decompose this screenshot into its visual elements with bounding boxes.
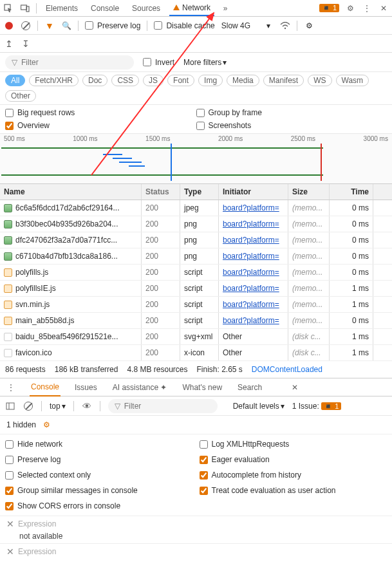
filter-input-wrap[interactable]: ▽ [5,55,134,70]
preserve-log2-checkbox[interactable]: Preserve log [5,455,193,464]
big-rows-checkbox[interactable]: Big request rows [5,106,196,119]
tab-elements[interactable]: Elements [42,1,82,15]
selected-ctx-checkbox[interactable]: Selected context only [5,471,193,480]
drawer-close-icon[interactable]: ✕ [289,382,301,393]
drawer-tab-console[interactable]: Console [30,378,61,396]
download-icon[interactable]: ↧ [21,39,31,49]
table-row[interactable]: baidu_85beaf5496f291521e...200svg+xmlOth… [0,329,392,345]
filter-icon[interactable]: ▼ [44,21,55,31]
table-row[interactable]: favicon.ico200x-iconOther(disk c...1 ms [0,345,392,361]
throttling-dropdown-icon[interactable]: ▾ [263,21,274,31]
type-js[interactable]: JS [143,75,163,86]
overview-checkbox[interactable]: Overview [5,119,196,132]
remove-expr-icon[interactable]: ✕ [6,519,14,529]
filter-input[interactable] [21,58,127,67]
tab-console[interactable]: Console [87,1,123,15]
group-frame-checkbox[interactable]: Group by frame [196,106,387,119]
table-row[interactable]: polyfillsIE.js200scriptboard?platform=(m… [0,281,392,297]
tab-sources[interactable]: Sources [128,1,164,15]
row-initiator[interactable]: board?platform= [223,268,279,277]
col-type[interactable]: Type [180,184,219,200]
remove-expr-icon[interactable]: ✕ [6,546,14,557]
console-filter-input[interactable] [124,402,211,411]
type-all[interactable]: All [5,75,25,86]
drawer-tab-ai[interactable]: AI assistance ✦ [111,379,169,396]
table-row[interactable]: dfc247062f3a2a7d0a771fcc...200pngboard?p… [0,232,392,248]
group-msg-checkbox[interactable]: Group similar messages in console [5,486,193,495]
screenshots-checkbox[interactable]: Screenshots [196,119,387,132]
table-row[interactable]: 6c6a5f6dcd17d2ab6cf29164...200jpegboard?… [0,200,392,216]
type-font[interactable]: Font [167,75,194,86]
row-initiator[interactable]: board?platform= [223,236,279,245]
eager-checkbox[interactable]: Eager evaluation [200,455,387,464]
live-expression-2[interactable]: ✕Expression [0,543,392,559]
type-fetch[interactable]: Fetch/XHR [29,75,79,86]
row-initiator[interactable]: Other [223,332,242,341]
timeline-overview[interactable]: 500 ms1000 ms1500 ms2000 ms2500 ms3000 m… [0,134,392,184]
hide-network-checkbox[interactable]: Hide network [5,440,193,449]
search-icon[interactable]: 🔍 [61,21,71,31]
user-action-checkbox[interactable]: Treat code evaluation as user action [200,486,387,495]
inspect-icon[interactable] [3,3,14,14]
row-initiator[interactable]: board?platform= [223,252,279,261]
type-css[interactable]: CSS [111,75,139,86]
invert-checkbox[interactable]: Invert [143,58,174,67]
table-row[interactable]: b3f30bec04b935d926ba204...200pngboard?pl… [0,216,392,232]
drawer-kebab-icon[interactable]: ⋮ [5,382,17,393]
record-icon[interactable] [4,21,14,31]
autocomplete-checkbox[interactable]: Autocomplete from history [200,471,387,480]
type-other[interactable]: Other [5,90,36,102]
more-tabs-icon[interactable]: » [219,3,231,14]
issue-text[interactable]: 1 Issue: ◾ 1 [292,402,342,411]
col-initiator[interactable]: Initiator [219,184,288,200]
upload-icon[interactable]: ↥ [4,39,14,49]
gear-icon[interactable]: ⚙ [344,3,356,14]
kebab-icon[interactable]: ⋮ [361,3,373,14]
cors-checkbox[interactable]: Show CORS errors in console [5,501,193,510]
type-ws[interactable]: WS [308,75,331,86]
table-row[interactable]: polyfills.js200scriptboard?platform=(mem… [0,265,392,281]
tab-network[interactable]: Network [169,1,214,16]
console-settings-icon[interactable]: ⚙ [41,420,51,430]
close-icon[interactable]: ✕ [378,3,389,14]
table-row[interactable]: c6710ba4d7bfb13dca8a186...200pngboard?pl… [0,248,392,265]
table-row[interactable]: svn.min.js200scriptboard?platform=(memo.… [0,297,392,313]
live-expr-icon[interactable]: 👁 [82,401,92,411]
drawer-tab-search[interactable]: Search [236,379,263,396]
drawer-tab-issues[interactable]: Issues [73,379,98,396]
row-initiator[interactable]: board?platform= [223,316,279,325]
disable-cache-checkbox[interactable]: Disable cache [154,21,214,30]
type-manifest[interactable]: Manifest [263,75,304,86]
hidden-count[interactable]: 1 hidden [6,420,36,429]
type-doc[interactable]: Doc [82,75,107,86]
levels-select[interactable]: Default levels ▾ [233,402,285,411]
col-status[interactable]: Status [142,184,180,200]
type-wasm[interactable]: Wasm [336,75,369,86]
preserve-log-checkbox[interactable]: Preserve log [85,21,140,30]
col-name[interactable]: Name [0,184,142,200]
more-filters[interactable]: More filters ▾ [183,58,227,67]
type-img[interactable]: Img [198,75,223,86]
row-initiator[interactable]: board?platform= [223,219,279,228]
type-media[interactable]: Media [227,75,259,86]
live-expression-1[interactable]: ✕Expression not available [0,516,392,543]
network-settings-icon[interactable]: ⚙ [304,21,314,31]
console-clear-icon[interactable] [23,401,33,411]
log-xhr-checkbox[interactable]: Log XMLHttpRequests [200,440,387,449]
throttling-select[interactable]: Slow 4G [221,21,250,30]
row-initiator[interactable]: board?platform= [223,300,279,309]
row-initiator[interactable]: board?platform= [223,203,279,212]
context-select[interactable]: top ▾ [50,402,66,411]
sidebar-toggle-icon[interactable] [5,401,15,411]
row-initiator[interactable]: Other [223,348,242,357]
col-time[interactable]: Time [330,184,373,200]
row-initiator[interactable]: board?platform= [223,284,279,293]
table-row[interactable]: main_ab55b8d.js200scriptboard?platform=(… [0,313,392,329]
console-filter-wrap[interactable]: ▽ [108,399,218,413]
clear-icon[interactable] [21,21,31,31]
drawer-tab-whatsnew[interactable]: What's new [181,379,223,396]
wifi-icon[interactable] [280,21,290,31]
device-icon[interactable] [19,3,31,14]
col-size[interactable]: Size [288,184,330,200]
issues-badge[interactable]: ◾ 1 [319,4,339,12]
